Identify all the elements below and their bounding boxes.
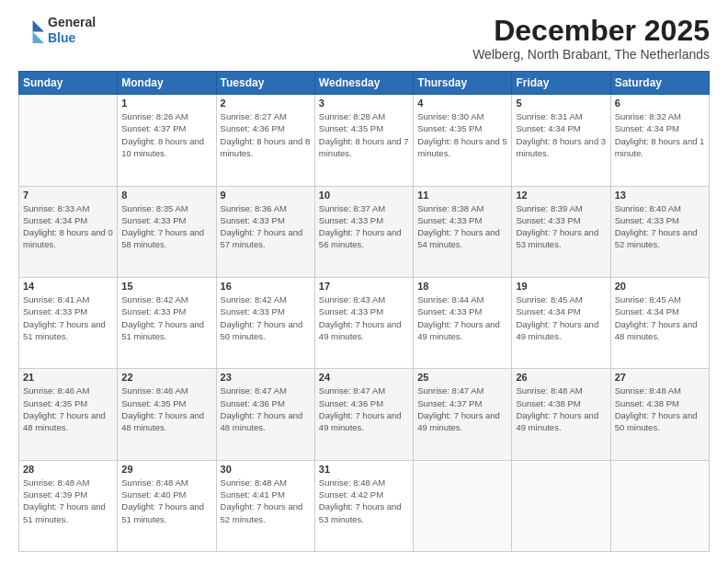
daylight: Daylight: 7 hours and 51 minutes. bbox=[23, 501, 106, 523]
sunset: Sunset: 4:34 PM bbox=[516, 123, 580, 133]
logo: General Blue bbox=[18, 15, 96, 46]
daylight: Daylight: 7 hours and 53 minutes. bbox=[516, 227, 598, 249]
table-row: 15 Sunrise: 8:42 AM Sunset: 4:33 PM Dayl… bbox=[118, 277, 216, 368]
logo-icon bbox=[18, 17, 44, 43]
sunrise: Sunrise: 8:33 AM bbox=[23, 203, 89, 213]
table-row: 10 Sunrise: 8:37 AM Sunset: 4:33 PM Dayl… bbox=[314, 186, 413, 277]
daylight: Daylight: 7 hours and 49 minutes. bbox=[516, 410, 598, 432]
page: General Blue December 2025 Welberg, Nort… bbox=[0, 0, 728, 563]
day-info: Sunrise: 8:48 AM Sunset: 4:41 PM Dayligh… bbox=[221, 477, 311, 525]
day-number: 20 bbox=[615, 281, 705, 292]
day-info: Sunrise: 8:46 AM Sunset: 4:35 PM Dayligh… bbox=[23, 385, 113, 433]
sunrise: Sunrise: 8:48 AM bbox=[516, 385, 582, 396]
empty-cell bbox=[414, 460, 512, 551]
day-number: 4 bbox=[417, 98, 507, 109]
day-info: Sunrise: 8:48 AM Sunset: 4:39 PM Dayligh… bbox=[23, 477, 113, 525]
empty-cell bbox=[19, 95, 118, 186]
table-row: 5 Sunrise: 8:31 AM Sunset: 4:34 PM Dayli… bbox=[512, 95, 610, 186]
daylight: Daylight: 7 hours and 51 minutes. bbox=[121, 501, 204, 523]
table-row: 20 Sunrise: 8:45 AM Sunset: 4:34 PM Dayl… bbox=[610, 277, 709, 368]
table-row: 31 Sunrise: 8:48 AM Sunset: 4:42 PM Dayl… bbox=[314, 460, 413, 551]
sunset: Sunset: 4:33 PM bbox=[417, 215, 482, 225]
day-number: 9 bbox=[221, 190, 311, 201]
sunset: Sunset: 4:34 PM bbox=[615, 123, 679, 133]
day-number: 21 bbox=[23, 372, 113, 383]
daylight: Daylight: 7 hours and 52 minutes. bbox=[615, 227, 698, 249]
day-number: 16 bbox=[221, 281, 311, 292]
table-row: 2 Sunrise: 8:27 AM Sunset: 4:36 PM Dayli… bbox=[216, 95, 314, 186]
table-row: 22 Sunrise: 8:46 AM Sunset: 4:35 PM Dayl… bbox=[118, 369, 216, 460]
day-info: Sunrise: 8:41 AM Sunset: 4:33 PM Dayligh… bbox=[23, 293, 113, 342]
table-row: 25 Sunrise: 8:47 AM Sunset: 4:37 PM Dayl… bbox=[414, 369, 512, 460]
table-row: 12 Sunrise: 8:39 AM Sunset: 4:33 PM Dayl… bbox=[512, 186, 610, 277]
table-row: 29 Sunrise: 8:48 AM Sunset: 4:40 PM Dayl… bbox=[118, 460, 216, 551]
sunset: Sunset: 4:33 PM bbox=[516, 215, 580, 225]
sunrise: Sunrise: 8:35 AM bbox=[121, 203, 188, 213]
daylight: Daylight: 7 hours and 50 minutes. bbox=[221, 319, 303, 341]
sunrise: Sunrise: 8:44 AM bbox=[417, 294, 483, 304]
day-info: Sunrise: 8:46 AM Sunset: 4:35 PM Dayligh… bbox=[121, 385, 211, 433]
table-row: 28 Sunrise: 8:48 AM Sunset: 4:39 PM Dayl… bbox=[19, 460, 710, 551]
sunrise: Sunrise: 8:48 AM bbox=[121, 477, 188, 488]
header-tuesday: Tuesday bbox=[216, 72, 314, 95]
daylight: Daylight: 8 hours and 5 minutes. bbox=[417, 136, 507, 158]
daylight: Daylight: 8 hours and 1 minute. bbox=[615, 136, 705, 158]
day-info: Sunrise: 8:47 AM Sunset: 4:37 PM Dayligh… bbox=[417, 385, 507, 433]
header-thursday: Thursday bbox=[414, 72, 512, 95]
empty-cell bbox=[512, 460, 610, 551]
table-row: 13 Sunrise: 8:40 AM Sunset: 4:33 PM Dayl… bbox=[610, 186, 709, 277]
sunset: Sunset: 4:33 PM bbox=[121, 215, 186, 225]
daylight: Daylight: 8 hours and 7 minutes. bbox=[319, 136, 409, 158]
empty-cell bbox=[610, 460, 709, 551]
daylight: Daylight: 7 hours and 48 minutes. bbox=[23, 410, 106, 432]
day-number: 26 bbox=[516, 372, 606, 383]
day-info: Sunrise: 8:47 AM Sunset: 4:36 PM Dayligh… bbox=[319, 385, 409, 433]
sunrise: Sunrise: 8:45 AM bbox=[516, 294, 582, 304]
sunset: Sunset: 4:41 PM bbox=[221, 489, 285, 500]
sunset: Sunset: 4:33 PM bbox=[417, 306, 482, 316]
day-number: 10 bbox=[319, 190, 409, 201]
sunset: Sunset: 4:36 PM bbox=[221, 123, 285, 133]
sunrise: Sunrise: 8:48 AM bbox=[319, 477, 385, 488]
sunset: Sunset: 4:33 PM bbox=[319, 306, 383, 316]
sunset: Sunset: 4:33 PM bbox=[221, 306, 285, 316]
table-row: 14 Sunrise: 8:41 AM Sunset: 4:33 PM Dayl… bbox=[19, 277, 118, 368]
sunrise: Sunrise: 8:47 AM bbox=[221, 385, 287, 396]
table-row: 3 Sunrise: 8:28 AM Sunset: 4:35 PM Dayli… bbox=[314, 95, 413, 186]
sunrise: Sunrise: 8:38 AM bbox=[417, 203, 483, 213]
sunset: Sunset: 4:40 PM bbox=[121, 489, 186, 500]
svg-marker-0 bbox=[33, 20, 44, 31]
day-number: 7 bbox=[23, 190, 113, 201]
day-info: Sunrise: 8:47 AM Sunset: 4:36 PM Dayligh… bbox=[221, 385, 311, 433]
daylight: Daylight: 7 hours and 48 minutes. bbox=[121, 410, 204, 432]
daylight: Daylight: 8 hours and 8 minutes. bbox=[221, 136, 311, 158]
sunset: Sunset: 4:34 PM bbox=[23, 215, 87, 225]
day-number: 23 bbox=[221, 372, 311, 383]
location: Welberg, North Brabant, The Netherlands bbox=[472, 47, 710, 62]
day-info: Sunrise: 8:48 AM Sunset: 4:38 PM Dayligh… bbox=[516, 385, 606, 433]
table-row: 9 Sunrise: 8:36 AM Sunset: 4:33 PM Dayli… bbox=[216, 186, 314, 277]
day-number: 1 bbox=[121, 98, 211, 109]
daylight: Daylight: 7 hours and 57 minutes. bbox=[221, 227, 303, 249]
sunrise: Sunrise: 8:48 AM bbox=[23, 477, 89, 488]
sunset: Sunset: 4:33 PM bbox=[615, 215, 679, 225]
table-row: 30 Sunrise: 8:48 AM Sunset: 4:41 PM Dayl… bbox=[216, 460, 314, 551]
day-number: 17 bbox=[319, 281, 409, 292]
sunrise: Sunrise: 8:40 AM bbox=[615, 203, 681, 213]
header: General Blue December 2025 Welberg, Nort… bbox=[18, 15, 710, 62]
day-number: 29 bbox=[121, 464, 211, 475]
calendar-table: Sunday Monday Tuesday Wednesday Thursday… bbox=[18, 71, 710, 552]
table-row: 1 Sunrise: 8:26 AM Sunset: 4:37 PM Dayli… bbox=[19, 95, 710, 186]
daylight: Daylight: 7 hours and 51 minutes. bbox=[23, 319, 106, 341]
month-title: December 2025 bbox=[472, 15, 710, 47]
table-row: 14 Sunrise: 8:41 AM Sunset: 4:33 PM Dayl… bbox=[19, 277, 710, 368]
header-friday: Friday bbox=[512, 72, 610, 95]
daylight: Daylight: 7 hours and 53 minutes. bbox=[319, 501, 402, 523]
logo-blue: Blue bbox=[48, 30, 75, 45]
daylight: Daylight: 7 hours and 49 minutes. bbox=[417, 410, 500, 432]
sunrise: Sunrise: 8:26 AM bbox=[121, 111, 188, 121]
sunset: Sunset: 4:35 PM bbox=[417, 123, 482, 133]
table-row: 24 Sunrise: 8:47 AM Sunset: 4:36 PM Dayl… bbox=[314, 369, 413, 460]
header-monday: Monday bbox=[118, 72, 216, 95]
day-number: 30 bbox=[221, 464, 311, 475]
